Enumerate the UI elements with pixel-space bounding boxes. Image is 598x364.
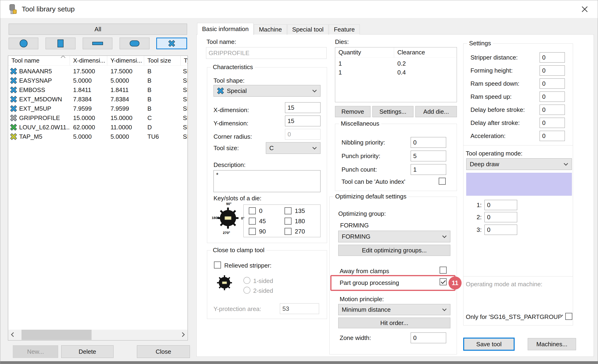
punch-priority-field[interactable]: 5 (411, 151, 446, 161)
part-group-processing-label: Part group processing (340, 279, 399, 286)
table-row[interactable]: GRIPPROFILE 15.0000 15.0000 C SI (8, 113, 188, 122)
slot-0-checkbox[interactable] (249, 207, 256, 214)
delay-before-stroke-field[interactable]: 0 (540, 105, 565, 115)
ram-speed-up-field[interactable]: 0 (540, 91, 565, 102)
table-row[interactable]: LOUV_L62.0W11... 62.0000 11.0000 D SI (8, 122, 188, 132)
tool-operating-mode-select[interactable]: Deep draw (466, 158, 572, 170)
scrollbar-thumb[interactable] (22, 330, 91, 340)
stripper-distance-field[interactable]: 0 (540, 52, 565, 63)
horizontal-scrollbar[interactable] (8, 330, 187, 340)
die-row[interactable]: 1 0.2 (335, 59, 457, 68)
delete-button[interactable]: Delete (61, 345, 114, 358)
zone-width-field[interactable]: 0 (411, 332, 446, 343)
one-sided-radio[interactable] (243, 277, 250, 284)
ram-speed-down-field[interactable]: 0 (540, 78, 565, 89)
tool-shape-select[interactable]: Special (214, 85, 321, 97)
close-icon[interactable] (580, 4, 590, 14)
motion-principle-select[interactable]: Minimum distance (338, 304, 450, 315)
tool-shape-icon (10, 77, 17, 84)
machines-button[interactable]: Machines... (528, 338, 576, 350)
dies-table: Quantity Clearance 1 0.2 1 0.4 (335, 47, 457, 102)
column-header-type[interactable]: Ty (181, 56, 188, 65)
tool-shape-icon (10, 105, 17, 112)
optimizing-group-label: Optimizing group: (338, 210, 386, 217)
mode-param-1-field[interactable]: 0 (484, 200, 517, 210)
column-header-tool-size[interactable]: Tool size (144, 56, 181, 65)
tab-special-tool[interactable]: Special tool (287, 24, 328, 34)
dies-column-quantity[interactable]: Quantity (335, 47, 394, 57)
column-header-tool-name[interactable]: Tool name (8, 56, 70, 65)
save-tool-button[interactable]: Save tool (463, 338, 515, 351)
filter-special-button[interactable] (156, 38, 187, 49)
only-for-partgroup-checkbox[interactable] (565, 313, 572, 320)
tab-basic-information[interactable]: Basic information (197, 23, 253, 35)
mode-param-2-label: 2: (472, 212, 482, 222)
chevron-down-icon (442, 234, 446, 238)
description-field[interactable]: * (214, 170, 321, 192)
mode-param-1-label: 1: (472, 200, 482, 210)
round-shape-icon (20, 40, 28, 47)
die-settings-button[interactable]: Settings... (372, 106, 414, 117)
optimizing-group-select[interactable]: FORMING (338, 231, 450, 242)
filter-obround-button[interactable] (120, 38, 150, 49)
punch-count-field[interactable]: 1 (411, 164, 446, 175)
part-group-processing-checkbox[interactable] (440, 278, 447, 285)
filter-slot-button[interactable] (83, 38, 112, 49)
dies-column-clearance[interactable]: Clearance (394, 47, 457, 57)
mode-param-2-field[interactable]: 0 (484, 212, 517, 222)
table-row[interactable]: BANAANR5 17.5000 17.5000 B SI (8, 66, 188, 76)
table-row[interactable]: EXT_M5DOWN 7.8384 7.8384 B SI (8, 95, 188, 104)
column-header-x-dimension[interactable]: X-dimensi... (70, 56, 107, 65)
tool-size-select[interactable]: C (266, 142, 321, 154)
slot-90-checkbox[interactable] (249, 228, 256, 235)
auto-index-checkbox[interactable] (439, 178, 446, 185)
close-button[interactable]: Close (137, 345, 190, 358)
slot-45-checkbox[interactable] (249, 218, 256, 225)
x-dimension-field[interactable]: 15 (285, 102, 321, 113)
scroll-left-icon[interactable] (11, 332, 16, 337)
slot-135-checkbox[interactable] (284, 207, 291, 214)
scroll-right-icon[interactable] (180, 332, 185, 337)
table-row[interactable]: TAP_M5 5.0000 5.0000 TU6 SI (8, 132, 188, 141)
nibbling-priority-label: Nibbling priority: (341, 137, 385, 148)
slot-270-checkbox[interactable] (284, 228, 291, 235)
away-from-clamps-checkbox[interactable] (440, 267, 447, 274)
slot-180-checkbox[interactable] (284, 218, 291, 225)
column-header-y-dimension[interactable]: Y-dimensi... (107, 56, 144, 65)
die-row[interactable]: 1 0.4 (335, 68, 457, 77)
tool-shape-icon (10, 124, 17, 131)
obround-shape-icon (130, 40, 140, 47)
corner-radius-field[interactable]: 0 (285, 129, 321, 140)
two-sided-radio[interactable] (243, 287, 250, 294)
add-die-button[interactable]: Add die... (415, 106, 457, 117)
tab-machine[interactable]: Machine (254, 24, 287, 34)
tool-name-field[interactable]: GRIPPROFILE (206, 47, 327, 59)
mode-param-3-field[interactable]: 0 (484, 225, 517, 235)
table-row[interactable]: EASYSNAP 5.0000 5.0000 B SI (8, 76, 188, 85)
nibbling-priority-field[interactable]: 0 (411, 137, 446, 148)
stripper-icon (216, 274, 233, 291)
y-dimension-field[interactable]: 15 (285, 116, 321, 126)
tab-feature[interactable]: Feature (329, 24, 360, 34)
acceleration-field[interactable]: 0 (540, 131, 565, 141)
delay-after-stroke-field[interactable]: 0 (540, 118, 565, 128)
table-row[interactable]: EXT_M5UP 7.9599 7.9599 B SI (8, 104, 188, 113)
table-row[interactable]: EMBOSS 1.8411 1.8411 B SI (8, 85, 188, 95)
window-bottom-edge (0, 361, 598, 364)
new-button[interactable]: New... (13, 345, 58, 358)
punch-count-label: Punch count: (341, 164, 377, 175)
filter-round-button[interactable] (9, 38, 38, 49)
characteristics-title: Characteristics (211, 64, 255, 71)
sort-ascending-icon (61, 56, 66, 60)
filter-rectangle-button[interactable] (46, 38, 75, 49)
edit-optimizing-groups-button[interactable]: Edit optimizing groups... (338, 245, 450, 256)
settings-title: Settings (467, 40, 493, 47)
forming-height-field[interactable]: 0 (540, 65, 565, 76)
hit-order-button[interactable]: Hit order... (338, 317, 450, 328)
dies-label: Dies: (335, 38, 349, 46)
y-protection-field[interactable]: 53 (280, 303, 319, 314)
relieved-stripper-checkbox[interactable] (214, 261, 221, 268)
filter-all-button[interactable]: All (9, 24, 187, 35)
remove-die-button[interactable]: Remove (335, 106, 371, 117)
tool-library-setup-dialog: Tool library setup All Tool name X-dimen… (0, 0, 598, 364)
